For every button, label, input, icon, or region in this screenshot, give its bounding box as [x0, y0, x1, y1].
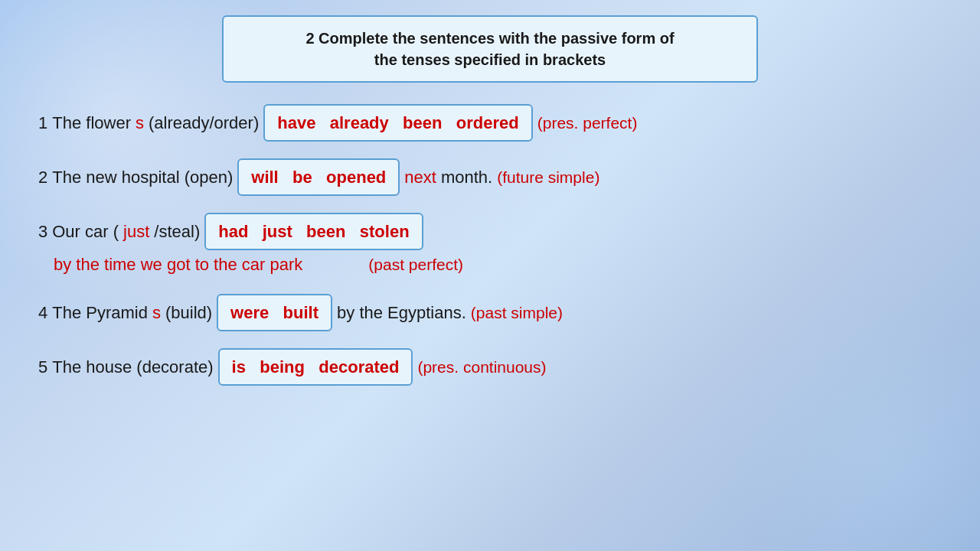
sentence-line-1: 1 The flowers (already/order) have alrea… [38, 104, 949, 142]
s2-tense: (future simple) [497, 165, 599, 190]
s1-answer-box: have already been ordered [263, 104, 532, 142]
sentence-line-5: 5 The house (decorate) is being decorate… [38, 348, 949, 386]
s3-sub: by the time we got to the car park [54, 252, 302, 277]
sentence-line-4: 4 The Pyramids (build) were built by the… [38, 294, 949, 331]
sentence-row-1: 1 The flowers (already/order) have alrea… [38, 104, 949, 142]
s3-number: 3 [38, 219, 47, 244]
s4-text1: The Pyramid [52, 300, 148, 325]
s4-number: 4 [38, 300, 47, 325]
s4-text2: (build) [165, 300, 212, 325]
s3-text1: Our car ( [52, 219, 119, 244]
s3-text2: /steal) [154, 219, 200, 244]
sentence-row-3: 3 Our car (just/steal) had just been sto… [38, 213, 949, 277]
s2-month: month. [441, 165, 492, 190]
s4-tense: (past simple) [471, 301, 563, 325]
sentence-sub-3: by the time we got to the car park (past… [38, 252, 949, 277]
s4-suffix: by the Egyptians. [337, 300, 466, 325]
s4-s: s [152, 300, 161, 325]
s2-next: next [404, 165, 436, 190]
sentence-line-3: 3 Our car (just/steal) had just been sto… [38, 213, 949, 250]
s5-tense: (pres. continuous) [417, 355, 546, 380]
s1-tense: (pres. perfect) [537, 111, 638, 135]
s1-s: s [136, 110, 144, 135]
s3-answer-box: had just been stolen [204, 213, 423, 250]
title-text: 2 Complete the sentences with the passiv… [242, 28, 738, 70]
sentence-row-5: 5 The house (decorate) is being decorate… [38, 348, 949, 386]
s2-answer-box: will be opened [237, 158, 400, 196]
sentence-row-4: 4 The Pyramids (build) were built by the… [38, 294, 949, 331]
s1-answer: have already been ordered [277, 110, 518, 135]
s2-answer: will be opened [251, 165, 386, 190]
s4-answer-box: were built [217, 294, 332, 331]
title-line1: 2 Complete the sentences with the passiv… [305, 30, 674, 47]
s3-tense: (past perfect) [368, 253, 463, 277]
sentence-line-2: 2 The new hospital (open) will be opened… [38, 158, 949, 196]
s5-answer-box: is being decorated [218, 348, 413, 386]
s4-answer: were built [230, 300, 318, 325]
s3-just: just [123, 219, 149, 244]
title-box: 2 Complete the sentences with the passiv… [222, 15, 758, 83]
s5-number: 5 [38, 354, 47, 380]
s1-bracket: (already/order) [149, 110, 259, 135]
s5-text: The house (decorate) [52, 354, 213, 380]
s1-prefix: The flower [52, 110, 131, 135]
s3-answer: had just been stolen [218, 219, 409, 244]
main-container: 2 Complete the sentences with the passiv… [0, 0, 980, 551]
s2-number: 2 [38, 165, 47, 190]
s1-number: 1 [38, 110, 47, 135]
sentence-row-2: 2 The new hospital (open) will be opened… [38, 158, 949, 196]
s2-text1: The new hospital (open) [52, 165, 233, 190]
s5-answer: is being decorated [232, 354, 400, 380]
sentences-container: 1 The flowers (already/order) have alrea… [31, 104, 949, 386]
title-line2: the tenses specified in brackets [374, 51, 606, 68]
